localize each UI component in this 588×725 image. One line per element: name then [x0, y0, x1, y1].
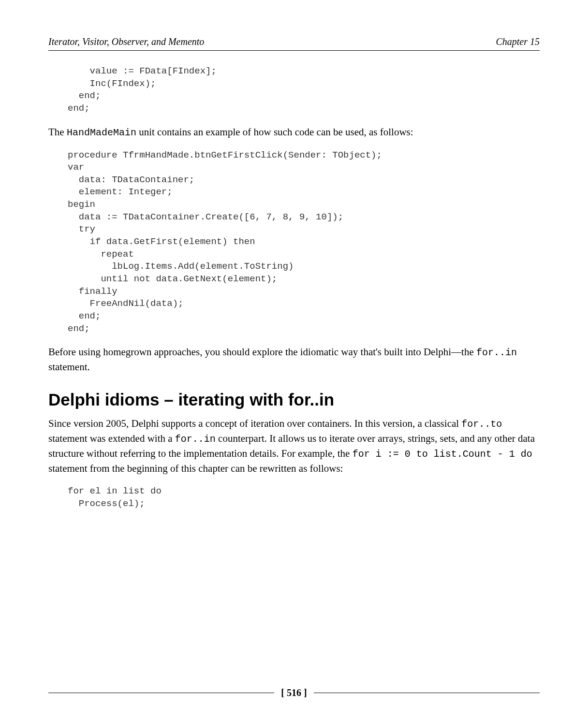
para3-code1: for..to: [461, 419, 502, 430]
para3-a: Since version 2005, Delphi supports a co…: [48, 418, 461, 429]
para3-b: statement was extended with a: [48, 433, 175, 444]
para1-pre: The: [48, 126, 67, 138]
header-left: Iterator, Visitor, Observer, and Memento: [48, 36, 204, 47]
page-header: Iterator, Visitor, Observer, and Memento…: [48, 36, 540, 51]
para3-code2: for..in: [175, 434, 216, 445]
para2-pre: Before using homegrown approaches, you s…: [48, 346, 476, 358]
paragraph-2: Before using homegrown approaches, you s…: [48, 345, 540, 374]
para1-inline-code: HandMadeMain: [67, 127, 136, 138]
para2-inline-code: for..in: [476, 347, 517, 358]
footer-line-left: [48, 693, 274, 693]
footer-line-right: [314, 693, 540, 693]
section-heading: Delphi idioms – iterating with for..in: [48, 390, 540, 409]
para1-post: unit contains an example of how such cod…: [136, 126, 413, 138]
code-block-1: value := FData[FIndex]; Inc(FIndex); end…: [68, 65, 540, 115]
para3-d: statement from the beginning of this cha…: [48, 463, 343, 474]
code-block-3: for el in list do Process(el);: [68, 485, 540, 510]
page-footer: [ 516 ]: [48, 687, 540, 698]
para3-code3: for i := 0 to list.Count - 1 do: [353, 449, 532, 460]
para2-post: statement.: [48, 361, 90, 373]
header-right: Chapter 15: [496, 36, 540, 47]
footer-page-number: [ 516 ]: [274, 687, 313, 698]
code-block-2: procedure TfrmHandMade.btnGetFirstClick(…: [68, 149, 540, 335]
paragraph-3: Since version 2005, Delphi supports a co…: [48, 416, 540, 476]
paragraph-1: The HandMadeMain unit contains an exampl…: [48, 125, 540, 140]
page-container: Iterator, Visitor, Observer, and Memento…: [0, 0, 588, 725]
